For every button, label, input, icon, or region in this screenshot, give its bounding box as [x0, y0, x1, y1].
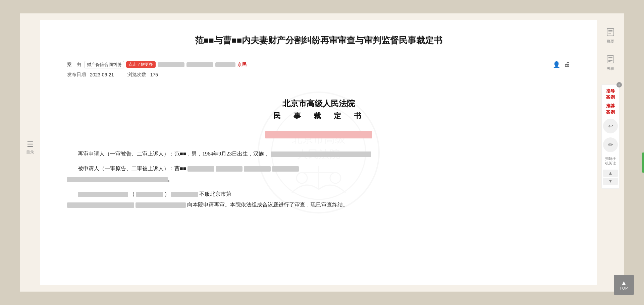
- overview-button[interactable]: 概要: [603, 23, 618, 47]
- people-link[interactable]: 京民: [237, 62, 247, 68]
- overview-icon: [605, 27, 616, 38]
- publish-date-item: 发布日期 2023-06-21: [67, 72, 114, 78]
- rec-case-label[interactable]: 推荐案例: [606, 103, 615, 115]
- share-button[interactable]: ↩: [603, 119, 618, 133]
- case-type-tag[interactable]: 财产保险合同纠纷: [85, 61, 124, 68]
- nav-arrows: ▲ ▼: [603, 170, 618, 185]
- float-close-button[interactable]: ×: [616, 82, 622, 87]
- related-label: 关联: [607, 66, 614, 71]
- nav-down-button[interactable]: ▼: [603, 178, 618, 185]
- party2-blurred-5: [67, 177, 168, 182]
- body-text: 再审申请人（一审被告、二审上诉人）：范■■，男，1964年9月23日出生，汉族，…: [67, 148, 570, 210]
- float-panel: × 指导案例 推荐案例 ↩ ✏ 扫码手 机阅读 ▲ ▼: [601, 84, 620, 189]
- party2-blurred-2: [216, 166, 243, 172]
- party1-blurred: [271, 151, 371, 157]
- green-progress-indicator: [642, 152, 644, 173]
- content-blurred-3: [171, 192, 198, 197]
- view-count-label: 浏览次数: [127, 72, 146, 78]
- view-count-value: 175: [150, 72, 158, 77]
- date-row: 发布日期 2023-06-21 浏览次数 175: [67, 72, 570, 78]
- doc-type: 民 事 裁 定 书: [67, 111, 570, 121]
- user-icon[interactable]: 👤: [553, 61, 560, 68]
- top-arrow-icon: ▲: [621, 280, 627, 286]
- print-icon[interactable]: 🖨: [564, 61, 570, 68]
- view-count-item: 浏览次数 175: [127, 72, 158, 78]
- case-number-blurred: [265, 131, 372, 138]
- tooltip-badge[interactable]: 点击了解更多: [126, 61, 156, 68]
- page-container: ☰ 目录 北京市高级 人民法院 范■■与曹■■内夫妻财产分割纠纷再审审查与审判监…: [20, 13, 624, 292]
- toc-icon: ☰: [27, 141, 34, 148]
- nav-up-button[interactable]: ▲: [603, 170, 618, 177]
- toc-button[interactable]: ☰ 目录: [26, 141, 34, 155]
- case-label: 案 由: [67, 62, 81, 68]
- scan-label: 扫码手 机阅读: [605, 156, 616, 166]
- content-body: 范■■与曹■■内夫妻财产分割纠纷再审审查与审判监督民事裁定书 案 由 财产保险合…: [67, 34, 570, 210]
- related-icon: [605, 54, 616, 65]
- content-paragraph: （ ） 不服北京市第 向本院申请再审。本院依法组成合议庭进行了审查，现已审查终结…: [67, 189, 570, 210]
- divider: [67, 88, 570, 88]
- content-line1: 不服北京市第: [199, 191, 231, 197]
- right-sidebar: 概要 关联 × 指导案例 推荐案例 ↩ ✏ 扫码手: [597, 13, 624, 292]
- main-content: 北京市高级 人民法院 范■■与曹■■内夫妻财产分割纠纷再审审查与审判监督民事裁定…: [40, 20, 597, 285]
- meta-case-row: 案 由 财产保险合同纠纷 点击了解更多 京民 👤 🖨: [67, 61, 570, 68]
- toc-label: 目录: [26, 149, 34, 155]
- content-blurred-4: [67, 202, 134, 208]
- content-blurred-1: [78, 192, 128, 197]
- blurred-meta-1: [158, 62, 184, 67]
- party2-blurred-4: [272, 166, 299, 172]
- blurred-meta-3: [215, 62, 235, 67]
- party1-intro: 再审申请人（一审被告、二审上诉人）：范■■，男，1964年9月23日出生，汉族，: [78, 151, 269, 157]
- meta-icons: 👤 🖨: [553, 61, 570, 68]
- party2-blurred-1: [187, 166, 214, 172]
- left-sidebar: ☰ 目录: [20, 13, 40, 292]
- blurred-meta-2: [186, 62, 213, 67]
- party2-intro: 被申请人（一审原告、二审被上诉人）：曹■■: [78, 166, 186, 171]
- document-title: 范■■与曹■■内夫妻财产分割纠纷再审审查与审判监督民事裁定书: [67, 34, 570, 48]
- party2-paragraph: 被申请人（一审原告、二审被上诉人）：曹■■ 。: [67, 163, 570, 185]
- svg-rect-8: [607, 28, 614, 36]
- overview-label: 概要: [607, 39, 614, 44]
- related-button[interactable]: 关联: [603, 51, 618, 74]
- edit-button[interactable]: ✏: [603, 137, 618, 152]
- top-button[interactable]: ▲ TOP: [614, 275, 634, 295]
- guide-case-label[interactable]: 指导案例: [606, 88, 615, 100]
- party2-blurred-3: [244, 166, 271, 172]
- top-label: TOP: [620, 286, 628, 290]
- court-name: 北京市高级人民法院: [67, 98, 570, 109]
- party1-paragraph: 再审申请人（一审被告、二审上诉人）：范■■，男，1964年9月23日出生，汉族，: [67, 148, 570, 159]
- publish-date-value: 2023-06-21: [90, 72, 114, 77]
- content-line2: 向本院申请再审。本院依法组成合议庭进行了审查，现已审查终结。: [187, 202, 348, 207]
- publish-date-label: 发布日期: [67, 72, 86, 78]
- content-blurred-2: [136, 192, 163, 197]
- content-blurred-5: [136, 202, 186, 208]
